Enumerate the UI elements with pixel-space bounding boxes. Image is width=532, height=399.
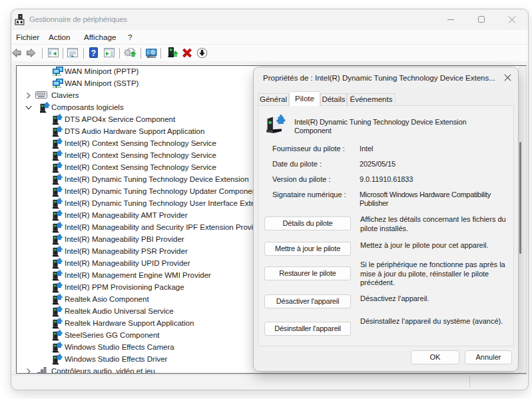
svg-text:?: ? xyxy=(91,49,96,58)
